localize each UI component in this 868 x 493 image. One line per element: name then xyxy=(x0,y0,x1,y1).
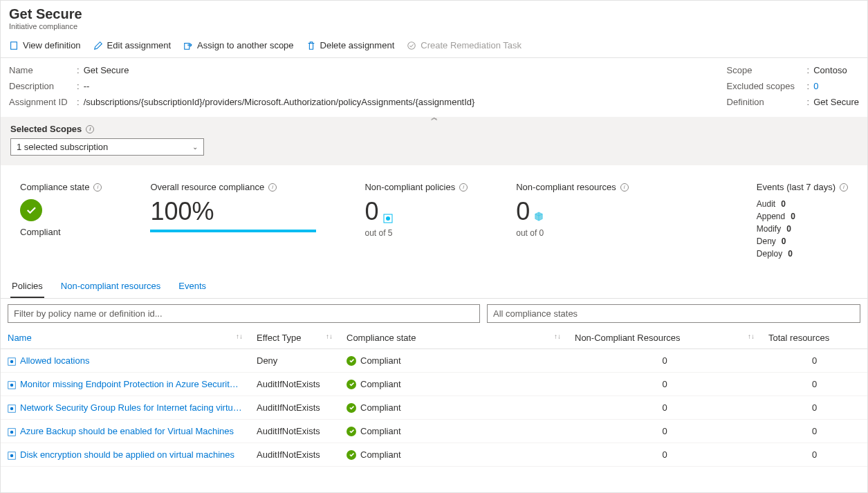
policy-name-link[interactable]: Allowed locations xyxy=(1,349,250,373)
sort-icon[interactable]: ↑↓ xyxy=(554,333,561,340)
cube-icon xyxy=(534,212,544,221)
event-count: 0 xyxy=(791,212,795,221)
edit-assignment-button[interactable]: Edit assignment xyxy=(93,40,172,50)
table-row: Azure Backup should be enabled for Virtu… xyxy=(1,420,867,443)
policy-name-link[interactable]: Disk encryption should be applied on vir… xyxy=(1,443,250,467)
trash-icon xyxy=(306,41,316,50)
table-row: Allowed locationsDenyCompliant00 xyxy=(1,349,867,373)
noncompliant-resources-value: 0 xyxy=(516,199,530,224)
table-row: Network Security Group Rules for Interne… xyxy=(1,396,867,420)
pencil-icon xyxy=(93,41,103,50)
sort-icon[interactable]: ↑↓ xyxy=(326,333,333,340)
details-panel: Name:Get Secure Description:-- Assignmen… xyxy=(1,58,867,117)
compliance-state-cell: Compliant xyxy=(340,396,568,420)
noncompliant-policies-label: Non-compliant policies xyxy=(364,182,455,192)
table-row: Monitor missing Endpoint Protection in A… xyxy=(1,373,867,396)
noncompliant-resources-sub: out of 0 xyxy=(516,228,629,238)
excluded-scopes-label: Excluded scopes xyxy=(727,81,803,91)
policy-name-filter-input[interactable] xyxy=(8,304,480,323)
total-resources: 0 xyxy=(761,396,867,420)
page-header: Get Secure Initiative compliance xyxy=(1,1,867,33)
selected-scopes-section: Selected Scopesi 1 selected subscription… xyxy=(1,117,867,165)
document-icon xyxy=(9,41,19,50)
info-icon[interactable]: i xyxy=(840,183,848,192)
svg-point-4 xyxy=(386,216,390,221)
compliance-dashboard: Compliance statei Compliant Overall reso… xyxy=(1,165,867,275)
info-icon[interactable]: i xyxy=(459,183,468,192)
noncompliant-count: 0 xyxy=(568,420,761,443)
event-count: 0 xyxy=(781,199,786,209)
arrow-box-icon xyxy=(183,41,193,50)
col-effect[interactable]: Effect Type↑↓ xyxy=(250,327,340,349)
svg-point-8 xyxy=(10,383,14,387)
definition-value: Get Secure xyxy=(813,97,859,107)
event-name: Append xyxy=(757,212,785,221)
definition-label: Definition xyxy=(727,97,803,107)
check-icon xyxy=(347,427,356,436)
edit-assignment-label: Edit assignment xyxy=(107,40,172,50)
info-icon[interactable]: i xyxy=(268,183,277,192)
info-icon[interactable]: i xyxy=(86,125,94,133)
table-row: Disk encryption should be applied on vir… xyxy=(1,443,867,467)
collapse-chevron-icon[interactable]: ︽ xyxy=(431,113,438,122)
total-resources: 0 xyxy=(761,420,867,443)
event-name: Deny xyxy=(757,236,776,246)
compliance-state-filter[interactable] xyxy=(487,304,860,323)
svg-point-10 xyxy=(10,407,14,410)
policy-name-link[interactable]: Azure Backup should be enabled for Virtu… xyxy=(1,420,250,443)
tab-noncompliant-resources[interactable]: Non-compliant resources xyxy=(59,275,163,298)
assign-scope-button[interactable]: Assign to another scope xyxy=(183,40,293,50)
noncompliant-count: 0 xyxy=(568,443,761,467)
excluded-scopes-value[interactable]: 0 xyxy=(813,81,818,91)
info-icon[interactable]: i xyxy=(93,183,102,192)
overall-compliance-label: Overall resource compliance xyxy=(150,182,264,192)
compliance-state-cell: Compliant xyxy=(340,349,568,373)
col-noncompliant[interactable]: Non-Compliant Resources↑↓ xyxy=(568,327,761,349)
effect-type: AuditIfNotExists xyxy=(250,373,340,396)
scopes-dropdown[interactable]: 1 selected subscription ⌄ xyxy=(10,138,204,156)
tab-policies[interactable]: Policies xyxy=(10,275,44,298)
selected-scopes-label: Selected Scopes xyxy=(10,124,82,134)
event-name: Modify xyxy=(757,224,781,234)
create-remediation-label: Create Remediation Task xyxy=(421,40,521,50)
tab-bar: Policies Non-compliant resources Events xyxy=(1,275,867,299)
svg-point-6 xyxy=(10,360,14,363)
noncompliant-policies-sub: out of 5 xyxy=(364,228,468,238)
tab-events[interactable]: Events xyxy=(177,275,207,298)
events-list: Audit0Append0Modify0Deny0Deploy0 xyxy=(757,199,848,259)
event-count: 0 xyxy=(782,236,786,246)
view-definition-button[interactable]: View definition xyxy=(9,40,81,50)
info-icon[interactable]: i xyxy=(620,183,629,192)
page-title: Get Secure xyxy=(9,6,859,22)
event-count: 0 xyxy=(786,224,791,234)
col-name[interactable]: Name↑↓ xyxy=(1,327,250,349)
command-bar: View definition Edit assignment Assign t… xyxy=(1,33,867,58)
scopes-dropdown-text: 1 selected subscription xyxy=(17,142,108,152)
compliance-state-card: Compliance statei Compliant xyxy=(20,182,102,237)
compliance-state-cell: Compliant xyxy=(340,373,568,396)
event-count: 0 xyxy=(788,249,793,259)
compliance-state-cell: Compliant xyxy=(340,420,568,443)
description-value: -- xyxy=(84,81,90,91)
col-state[interactable]: Compliance state↑↓ xyxy=(340,327,568,349)
svg-rect-1 xyxy=(185,43,190,49)
check-icon xyxy=(347,403,356,413)
sort-icon[interactable]: ↑↓ xyxy=(236,333,243,340)
sort-icon[interactable]: ↑↓ xyxy=(748,333,755,340)
svg-point-2 xyxy=(408,41,416,49)
policy-name-link[interactable]: Network Security Group Rules for Interne… xyxy=(1,396,250,420)
name-label: Name xyxy=(9,65,73,75)
svg-point-12 xyxy=(10,430,14,434)
description-label: Description xyxy=(9,81,73,91)
assignment-id-label: Assignment ID xyxy=(9,97,73,107)
scope-label: Scope xyxy=(727,65,803,75)
noncompliant-policies-value: 0 xyxy=(364,199,378,224)
event-item: Deploy0 xyxy=(757,249,848,259)
delete-assignment-button[interactable]: Delete assignment xyxy=(306,40,395,50)
events-label: Events (last 7 days) xyxy=(757,182,835,192)
policy-name-link[interactable]: Monitor missing Endpoint Protection in A… xyxy=(1,373,250,396)
policy-icon xyxy=(382,213,394,224)
svg-point-14 xyxy=(10,454,14,457)
events-card: Events (last 7 days)i Audit0Append0Modif… xyxy=(757,182,848,259)
col-total: Total resources xyxy=(761,327,867,349)
